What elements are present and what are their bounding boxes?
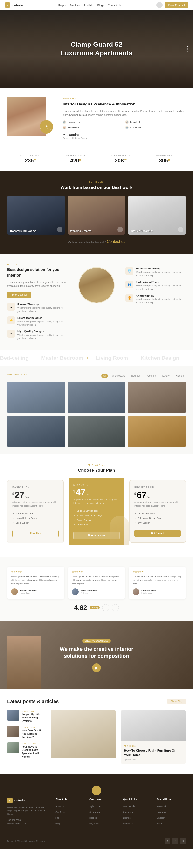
feature-industrial: 🏭 Industrial bbox=[125, 121, 186, 124]
portfolio-card-3[interactable]: Interior Decorator → bbox=[128, 196, 186, 235]
why-feature-pricing: 💎 Transparent Pricing We offer competiti… bbox=[125, 267, 186, 277]
footer-link-changelog2[interactable]: Changelog bbox=[123, 811, 133, 813]
footer-link-faq[interactable]: Faq bbox=[55, 817, 60, 819]
blog-item-1-title: Frequently Utilized Metal Welding System… bbox=[22, 713, 46, 723]
pricing-card-pro: Projects Up $ 67 /mo Adipisci ut sit ame… bbox=[129, 480, 186, 542]
test-2-name: Mark Williams bbox=[81, 589, 97, 592]
footer-col-2-links: Style Guide Changelog License Payments bbox=[89, 804, 118, 826]
blog-main-image bbox=[51, 710, 116, 758]
blog-featured-content: APR 05 · 2024 How To Choose Right Furnit… bbox=[121, 742, 186, 764]
rating-prev-button[interactable]: ← bbox=[102, 604, 109, 611]
portfolio-card-1[interactable]: Transforming Rooms → bbox=[7, 196, 65, 235]
marquee-inner: Bed-ceiling + Master Bedroom + Living Ro… bbox=[0, 355, 193, 361]
footer-link-license2[interactable]: License bbox=[123, 817, 130, 819]
social-twitter[interactable]: t bbox=[172, 838, 178, 844]
test-1-author: Sarah Johnson Home Owner bbox=[11, 588, 60, 595]
hero-dot-3[interactable] bbox=[187, 51, 188, 52]
filter-all[interactable]: All bbox=[101, 374, 108, 378]
award-star-icon: ✦ bbox=[45, 124, 48, 128]
stat-plus-icon: * bbox=[34, 157, 36, 163]
footer-link-team[interactable]: Our Team bbox=[55, 811, 65, 813]
footer-link-twitter[interactable]: Twitter bbox=[157, 823, 163, 825]
award-icon: 🏆 bbox=[125, 294, 133, 302]
nav-services[interactable]: Services bbox=[70, 4, 80, 7]
pricing-desc: We offer competitively priced quality de… bbox=[136, 271, 186, 277]
basic-amount: 27 bbox=[15, 491, 24, 500]
stat-awards: AWARDS WON 305* bbox=[156, 154, 173, 164]
testimonial-3: ★★★★★ Lorem ipsum dolor sit amet consect… bbox=[129, 566, 186, 599]
filter-comfort[interactable]: Comfort bbox=[146, 374, 158, 378]
hero-dot-1[interactable] bbox=[187, 46, 188, 47]
about-section: ✦ Best Awarded Company ABOUT US Interior… bbox=[0, 88, 193, 149]
rating-next-button[interactable]: → bbox=[112, 604, 119, 611]
basic-plan-button[interactable]: Free Plan bbox=[12, 530, 59, 537]
footer-link-style[interactable]: Style Guide bbox=[89, 805, 101, 808]
gallery-item-1[interactable] bbox=[7, 382, 65, 413]
footer-col-4-links: Facebook Instagram LinkedIn Twitter bbox=[157, 804, 186, 826]
check-icon: ✓ bbox=[12, 517, 14, 520]
why-feature-team: 👥 Professional Team We offer competitive… bbox=[125, 281, 186, 291]
portfolio-tag: PORTFOLIO bbox=[7, 181, 186, 183]
portfolio-footer-link[interactable]: Contact us bbox=[107, 240, 125, 244]
social-facebook[interactable]: f bbox=[164, 838, 170, 844]
why-book-button[interactable]: Book Counsel bbox=[7, 291, 31, 298]
about-award-badge: ✦ Best Awarded Company bbox=[40, 120, 53, 133]
footer-link-payments[interactable]: Payments bbox=[89, 823, 99, 825]
book-button[interactable]: Book Counsel bbox=[165, 2, 188, 8]
basic-price: $ 27 /mo bbox=[12, 491, 59, 500]
blog-item-3-content: MAR 10 · 2024 Four Ways To Creating Extr… bbox=[22, 742, 46, 759]
footer-link-linkedin[interactable]: LinkedIn bbox=[157, 817, 165, 819]
footer-link-license[interactable]: License bbox=[89, 817, 97, 819]
filter-luxury[interactable]: Luxury bbox=[160, 374, 171, 378]
marquee-plus-2: + bbox=[86, 355, 89, 361]
blog-item-2[interactable]: FEB 02 · 2024 How Does Our Go About Buyi… bbox=[7, 726, 46, 740]
gallery-img-4 bbox=[7, 415, 65, 447]
footer-link-quick-guide[interactable]: Quick Guide bbox=[123, 805, 135, 808]
cta-play-button[interactable]: ▶ bbox=[92, 663, 101, 672]
blog-featured-img-bg bbox=[121, 710, 186, 742]
blog-featured-card[interactable]: APR 05 · 2024 How To Choose Right Furnit… bbox=[121, 710, 186, 764]
nav-portfolio[interactable]: Portfolio bbox=[84, 4, 93, 7]
nav-links: Pages Services Portfolio Blogs Contact U… bbox=[59, 3, 121, 7]
blog-item-1[interactable]: JAN 14 · 2024 Frequently Utilized Metal … bbox=[7, 710, 46, 723]
filter-bedroom[interactable]: Bedroom bbox=[129, 374, 143, 378]
cta-tag: CREATIVE SOLUTIONS bbox=[82, 639, 111, 643]
rating-label: Rating bbox=[89, 606, 100, 610]
footer-link-changelog[interactable]: Changelog bbox=[89, 811, 100, 813]
blog-sidebar: JAN 14 · 2024 Frequently Utilized Metal … bbox=[7, 710, 46, 764]
gallery-img-2 bbox=[68, 382, 125, 413]
social-instagram[interactable]: in bbox=[180, 838, 186, 844]
portfolio-card-2[interactable]: Weaving Dreams → bbox=[68, 196, 125, 235]
gallery-item-3[interactable] bbox=[128, 382, 186, 413]
footer-link-about[interactable]: About Us bbox=[55, 805, 65, 808]
why-tag: WHY US bbox=[7, 263, 186, 266]
nav-pages[interactable]: Pages bbox=[59, 4, 66, 7]
footer-link-facebook[interactable]: Facebook bbox=[157, 805, 166, 808]
footer-link-blog[interactable]: Blog bbox=[55, 823, 60, 825]
why-feature-warranty-text: 5 Years Warranty We offer competitively … bbox=[17, 303, 68, 313]
blog-view-all-button[interactable]: Show Blog bbox=[167, 699, 186, 704]
footer-link-instagram[interactable]: Instagram bbox=[157, 811, 166, 813]
basic-period: /mo bbox=[25, 496, 29, 499]
nav-blogs[interactable]: Blogs bbox=[97, 4, 104, 7]
footer-copyright: Design © 2024 All Copyrights Reserved bbox=[7, 840, 45, 842]
nav-contact[interactable]: Contact Us bbox=[108, 4, 121, 7]
nav-right: Book Counsel bbox=[156, 2, 188, 8]
footer-link-payments2[interactable]: Payments bbox=[123, 823, 133, 825]
overall-rating: 4.82 bbox=[74, 604, 87, 612]
filter-architecture[interactable]: Architecture bbox=[110, 374, 127, 378]
test-2-role: Architect bbox=[81, 592, 97, 594]
blog-main-img-bg bbox=[51, 710, 116, 758]
gallery-item-4[interactable] bbox=[7, 415, 65, 447]
test-3-author: Emma Davis Interior Lover bbox=[133, 588, 182, 595]
cta-section: CREATIVE SOLUTIONS We make the creative … bbox=[0, 621, 193, 689]
pro-amount: 67 bbox=[137, 491, 147, 500]
pro-plan-button[interactable]: Get Started bbox=[134, 530, 181, 536]
gallery-item-5[interactable] bbox=[68, 415, 125, 447]
filter-kitchen[interactable]: Kitchen bbox=[174, 374, 186, 378]
stat-team-number: 30K* bbox=[111, 157, 130, 164]
gallery-item-6[interactable] bbox=[128, 415, 186, 447]
hero-dot-2[interactable] bbox=[187, 48, 188, 50]
blog-item-3[interactable]: MAR 10 · 2024 Four Ways To Creating Extr… bbox=[7, 742, 46, 759]
gallery-item-2[interactable] bbox=[68, 382, 125, 413]
